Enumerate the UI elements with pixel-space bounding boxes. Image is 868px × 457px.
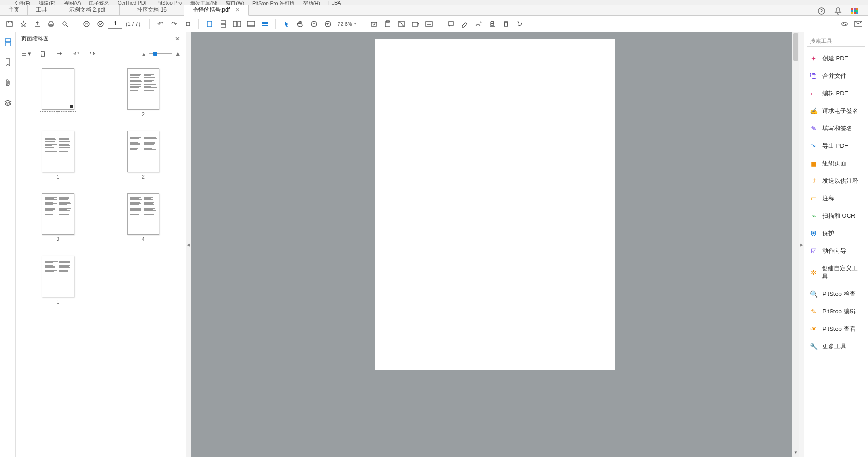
page-cut-icon[interactable]	[53, 48, 65, 60]
print-icon[interactable]	[45, 18, 57, 30]
close-panel-icon[interactable]: ✕	[175, 35, 180, 42]
tool-item[interactable]: ☑动作向导	[804, 242, 868, 260]
redo-icon[interactable]: ↷	[87, 48, 99, 60]
menu-item[interactable]: FLBA	[328, 0, 341, 5]
presentation-icon[interactable]	[245, 18, 257, 30]
mail-icon[interactable]	[852, 18, 864, 30]
page-crop-icon[interactable]	[182, 18, 194, 30]
menu-item[interactable]: 文件(F)	[14, 0, 30, 5]
tool-item[interactable]: ⛨保护	[804, 225, 868, 242]
menu-item[interactable]: 电子签名	[89, 0, 109, 5]
tool-item[interactable]: ✦创建 PDF	[804, 50, 868, 67]
search-icon[interactable]	[59, 18, 71, 30]
upload-icon[interactable]	[31, 18, 43, 30]
tool-item[interactable]: ▦组织页面	[804, 155, 868, 172]
menu-item[interactable]: Certified PDF	[117, 0, 148, 5]
tool-item[interactable]: 🔧更多工具	[804, 338, 868, 355]
highlight-icon[interactable]	[459, 18, 471, 30]
zoom-level[interactable]: 72.6% ▾	[336, 21, 358, 27]
collapse-left-handle[interactable]: ◀	[186, 32, 191, 457]
apps-grid-icon[interactable]	[851, 7, 859, 15]
stamp-icon[interactable]	[486, 18, 498, 30]
tab[interactable]: 主页	[0, 5, 28, 15]
zoom-in-icon[interactable]	[322, 18, 334, 30]
thumbnails-scroll[interactable]: 1212341	[16, 64, 186, 457]
tool-item[interactable]: ⇲导出 PDF	[804, 137, 868, 155]
vertical-scrollbar[interactable]: ▲ ▼	[792, 32, 799, 457]
bookmark-rail-icon[interactable]	[2, 57, 13, 68]
zoom-thumbs-large-icon[interactable]: ▲	[175, 50, 181, 58]
document-viewport[interactable]: ▲ ▼	[191, 32, 799, 457]
pointer-tool-icon[interactable]	[280, 18, 292, 30]
zoom-thumbs-small-icon[interactable]: ▲	[141, 52, 146, 57]
toolbox-dropdown-icon[interactable]	[409, 18, 421, 30]
rotate-cw-icon[interactable]: ↷	[168, 18, 180, 30]
measure-icon[interactable]	[396, 18, 408, 30]
thumbnail-item[interactable]: 4	[127, 193, 159, 242]
undo-icon[interactable]: ↶	[70, 48, 82, 60]
notification-bell-icon[interactable]	[834, 7, 842, 15]
hand-tool-icon[interactable]	[294, 18, 306, 30]
tool-item[interactable]: ✎PitStop 编辑	[804, 303, 868, 320]
tab-close-icon[interactable]: ✕	[235, 7, 239, 13]
thumbnail-item[interactable]: 1	[42, 131, 74, 179]
menu-item[interactable]: 窗口(W)	[226, 0, 244, 5]
thumbnail-item[interactable]: 2	[127, 68, 159, 117]
tool-item[interactable]: ▭编辑 PDF	[804, 85, 868, 102]
layers-rail-icon[interactable]	[2, 98, 13, 109]
scroll-down-icon[interactable]: ▼	[792, 451, 799, 457]
scrolling-view-icon[interactable]	[217, 18, 229, 30]
menu-item[interactable]: 帮助(H)	[303, 0, 320, 5]
delete-icon[interactable]	[500, 18, 512, 30]
list-options-icon[interactable]: ▾	[20, 48, 32, 60]
tool-label: 填写和签名	[822, 124, 852, 133]
tool-item[interactable]: ▭注释	[804, 190, 868, 207]
tab[interactable]: 排序文档 16	[120, 5, 184, 15]
thumbnail-item[interactable]: 1	[42, 68, 74, 117]
clipboard-icon[interactable]	[382, 18, 394, 30]
save-icon[interactable]	[4, 18, 16, 30]
thumbnails-rail-icon[interactable]	[2, 37, 13, 48]
menu-item[interactable]: PitStop Pro	[156, 0, 182, 5]
thumb-size-slider[interactable]	[149, 53, 172, 54]
attachment-rail-icon[interactable]	[2, 77, 13, 88]
comment-icon[interactable]	[445, 18, 457, 30]
thumbnail-item[interactable]: 2	[127, 131, 159, 179]
tab[interactable]: 奇怪的括号.pdf✕	[184, 5, 249, 16]
keyboard-icon[interactable]	[423, 18, 435, 30]
tool-item[interactable]: ⌁扫描和 OCR	[804, 207, 868, 225]
page-number-input[interactable]	[108, 19, 122, 29]
refresh-icon[interactable]: ↻	[514, 18, 526, 30]
link-icon[interactable]	[839, 18, 851, 30]
draw-icon[interactable]	[472, 18, 484, 30]
rotate-ccw-icon[interactable]: ↶	[154, 18, 166, 30]
tools-search-input[interactable]: 搜索工具	[807, 35, 865, 47]
snapshot-icon[interactable]	[368, 18, 380, 30]
thumbnail-item[interactable]: 3	[42, 193, 74, 242]
tool-item[interactable]: ✲创建自定义工具	[804, 260, 868, 285]
menu-item[interactable]: 编辑(E)	[39, 0, 56, 5]
tool-item[interactable]: ✎填写和签名	[804, 120, 868, 137]
read-mode-icon[interactable]	[259, 18, 271, 30]
tab[interactable]: 工具	[28, 5, 55, 15]
zoom-out-icon[interactable]	[308, 18, 320, 30]
tool-item[interactable]: ⿻合并文件	[804, 67, 868, 85]
two-page-view-icon[interactable]	[231, 18, 243, 30]
single-page-view-icon[interactable]	[204, 18, 216, 30]
menu-item[interactable]: 视图(V)	[64, 0, 81, 5]
tool-item[interactable]: 👁PitStop 查看	[804, 320, 868, 338]
star-icon[interactable]	[17, 18, 29, 30]
scroll-thumb[interactable]	[793, 33, 798, 61]
page-down-icon[interactable]	[94, 18, 106, 30]
tool-item[interactable]: ✍请求电子签名	[804, 102, 868, 120]
tool-item[interactable]: ⤴发送以供注释	[804, 172, 868, 190]
collapse-right-handle[interactable]: ▶	[799, 32, 804, 457]
menu-item[interactable]: 增效工具(N)	[190, 0, 217, 5]
tab[interactable]: 示例文档 2.pdf	[55, 5, 120, 15]
trash-icon[interactable]	[37, 48, 49, 60]
thumbnail-item[interactable]: 1	[42, 256, 74, 305]
tool-item[interactable]: 🔍PitStop 检查	[804, 285, 868, 303]
page-up-icon[interactable]	[81, 18, 93, 30]
menu-item[interactable]: PitStop Pro 许可版	[252, 0, 295, 5]
help-icon[interactable]	[817, 7, 826, 15]
